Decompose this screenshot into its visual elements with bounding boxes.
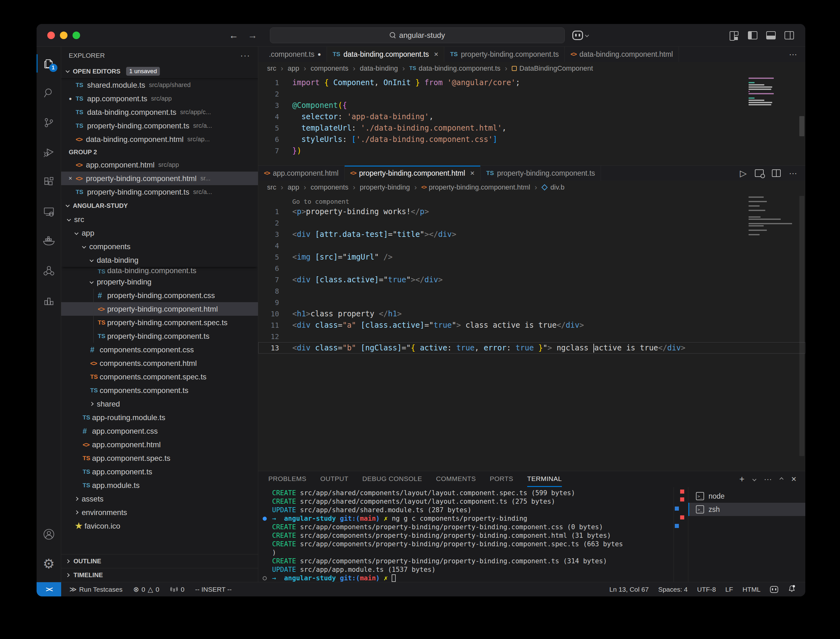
tree-file-app.component.spec.ts[interactable]: TSapp.component.spec.ts <box>61 451 258 465</box>
close-panel-icon[interactable]: × <box>791 474 797 484</box>
statusbar-language-mode[interactable]: HTML <box>743 586 761 593</box>
breadcrumb-item-property-binding[interactable]: property-binding <box>360 183 410 191</box>
open-editor-item[interactable]: <>app.component.htmlsrc/app <box>61 158 258 172</box>
statusbar-problems[interactable]: ⊗0△0 <box>133 585 159 594</box>
breadcrumb-item-data-binding[interactable]: data-binding <box>360 64 398 73</box>
toggle-panel-icon[interactable] <box>766 31 776 40</box>
tree-file-app.module.ts[interactable]: TSapp.module.ts <box>61 478 258 492</box>
statusbar-vim-mode[interactable]: -- INSERT -- <box>195 586 232 593</box>
tree-folder-src[interactable]: src <box>61 213 258 226</box>
new-terminal-icon[interactable]: + <box>739 474 745 484</box>
breadcrumb[interactable]: src›app›components›data-binding›TSdata-b… <box>258 62 805 75</box>
account-button[interactable] <box>37 520 61 549</box>
terminal-output[interactable]: CREATE src/app/shared/components/layout/… <box>258 487 673 582</box>
split-editor-icon[interactable] <box>772 169 781 177</box>
panel-tab-debug-console[interactable]: DEBUG CONSOLE <box>362 471 422 487</box>
tree-file-property-binding.component.html[interactable]: <>property-binding.component.html <box>61 302 258 316</box>
close-window-button[interactable] <box>47 32 55 39</box>
activity-stats[interactable] <box>37 286 61 315</box>
breadcrumb-item-property-binding.component.html[interactable]: <>property-binding.component.html <box>421 183 530 191</box>
panel-tab-problems[interactable]: PROBLEMS <box>268 471 306 487</box>
open-editor-item[interactable]: TSproperty-binding.component.tssrc/a... <box>61 119 258 132</box>
open-preview-icon[interactable] <box>755 169 764 177</box>
tree-file-favicon.ico[interactable]: ★favicon.ico <box>61 519 258 533</box>
open-editor-item[interactable]: TSdata-binding.component.tssrc/app/c... <box>61 105 258 119</box>
activity-remote-explorer[interactable] <box>37 197 61 226</box>
tree-file-app.component.html[interactable]: <>app.component.html <box>61 438 258 451</box>
breadcrumb[interactable]: src›app›components›property-binding›<>pr… <box>258 181 805 194</box>
tree-folder-environments[interactable]: environments <box>61 505 258 519</box>
open-editor-item[interactable]: ×<>property-binding.component.htmlsr... <box>61 172 258 185</box>
outline-section-header[interactable]: OUTLINE <box>61 554 258 568</box>
tree-file-app-routing.module.ts[interactable]: TSapp-routing.module.ts <box>61 411 258 424</box>
terminal-instance-zsh[interactable]: >_zsh <box>688 503 805 516</box>
tree-folder-components[interactable]: components <box>61 240 258 253</box>
activity-search[interactable] <box>37 78 61 108</box>
back-icon[interactable]: ← <box>229 30 238 41</box>
open-editors-header[interactable]: OPEN EDITORS 1 unsaved <box>61 64 258 78</box>
settings-button[interactable]: ⚙ <box>37 549 61 579</box>
codelens-go-to-component[interactable]: Go to component <box>258 196 805 206</box>
scrollbar-slider[interactable] <box>799 116 804 136</box>
tree-file-app.component.css[interactable]: #app.component.css <box>61 424 258 438</box>
tree-file-data-binding.component.ts[interactable]: TSdata-binding.component.ts <box>61 267 258 275</box>
tab-data-binding.component.html[interactable]: <>data-binding.component.html <box>565 47 679 62</box>
maximize-panel-icon[interactable] <box>780 477 784 481</box>
minimize-window-button[interactable] <box>60 32 67 39</box>
tree-file-components.component.spec.ts[interactable]: TScomponents.component.spec.ts <box>61 370 258 383</box>
statusbar-copilot-status[interactable] <box>770 586 778 593</box>
minimap[interactable] <box>749 197 796 238</box>
command-decoration-placeholder-icon[interactable] <box>263 576 267 580</box>
tab-.component.ts[interactable]: .component.ts● <box>258 47 327 62</box>
tree-file-components.component.css[interactable]: #components.component.css <box>61 343 258 356</box>
explorer-more-actions-icon[interactable]: ··· <box>240 51 250 60</box>
minimap[interactable] <box>749 78 796 106</box>
statusbar-cursor-position[interactable]: Ln 13, Col 67 <box>609 586 649 593</box>
tree-folder-property-binding[interactable]: property-binding <box>61 275 258 289</box>
zoom-window-button[interactable] <box>73 32 80 39</box>
tree-file-app.component.ts[interactable]: TSapp.component.ts <box>61 465 258 478</box>
activity-extensions[interactable] <box>37 167 61 197</box>
statusbar-indentation[interactable]: Spaces: 4 <box>658 586 688 593</box>
statusbar-ports-forwarded[interactable]: 0 <box>170 586 184 593</box>
breadcrumb-item-components[interactable]: components <box>311 183 348 191</box>
panel-tab-output[interactable]: OUTPUT <box>320 471 348 487</box>
tab-app.component.html[interactable]: <>app.component.html <box>258 165 345 181</box>
customize-layout-icon[interactable] <box>730 31 739 40</box>
statusbar-notifications-bell[interactable] <box>788 585 796 594</box>
remote-indicator[interactable]: >< <box>37 582 61 596</box>
more-actions-icon[interactable]: ··· <box>789 49 797 59</box>
statusbar-eol[interactable]: LF <box>725 586 733 593</box>
statusbar-run-testcases[interactable]: ≫Run Testcases <box>69 585 122 594</box>
forward-icon[interactable]: → <box>248 30 257 41</box>
timeline-section-header[interactable]: TIMELINE <box>61 568 258 582</box>
chevron-down-icon[interactable] <box>752 477 756 481</box>
activity-source-control[interactable] <box>37 108 61 138</box>
breadcrumb-item-data-binding.component.ts[interactable]: TSdata-binding.component.ts <box>409 64 500 73</box>
breadcrumb-item-div.b[interactable]: div.b <box>541 183 564 191</box>
copilot-menu[interactable] <box>572 30 588 40</box>
open-editor-item[interactable]: <>data-binding.component.htmlsrc/ap... <box>61 132 258 146</box>
open-editor-item[interactable]: ●TSapp.component.tssrc/app <box>61 92 258 105</box>
code-editor-bottom[interactable]: Go to component 1<p>property-binding wor… <box>258 194 805 471</box>
more-actions-icon[interactable]: ··· <box>764 475 772 483</box>
panel-tab-terminal[interactable]: TERMINAL <box>527 471 562 487</box>
tree-file-property-binding.component.css[interactable]: #property-binding.component.css <box>61 289 258 302</box>
open-editor-item[interactable]: TSproperty-binding.component.tssrc/a... <box>61 185 258 199</box>
project-root-header[interactable]: ANGULAR-STUDY <box>61 199 258 213</box>
tree-file-components.component.html[interactable]: <>components.component.html <box>61 356 258 370</box>
more-actions-icon[interactable]: ··· <box>789 168 797 178</box>
toggle-sidebar-icon[interactable] <box>748 31 757 40</box>
close-icon[interactable]: × <box>65 175 76 182</box>
close-icon[interactable]: × <box>434 50 438 59</box>
command-center-search[interactable]: angular-study <box>270 27 565 43</box>
tree-folder-app[interactable]: app <box>61 226 258 240</box>
activity-explorer[interactable]: 1 <box>37 49 61 78</box>
run-icon[interactable]: ▷ <box>740 168 747 178</box>
breadcrumb-item-app[interactable]: app <box>287 183 299 191</box>
tree-file-property-binding.component.ts[interactable]: TSproperty-binding.component.ts <box>61 329 258 343</box>
statusbar-encoding[interactable]: UTF-8 <box>697 586 716 593</box>
dirty-dot-icon[interactable]: ● <box>65 96 76 102</box>
breadcrumb-item-src[interactable]: src <box>267 64 276 73</box>
scrollbar-slider[interactable] <box>799 196 804 456</box>
